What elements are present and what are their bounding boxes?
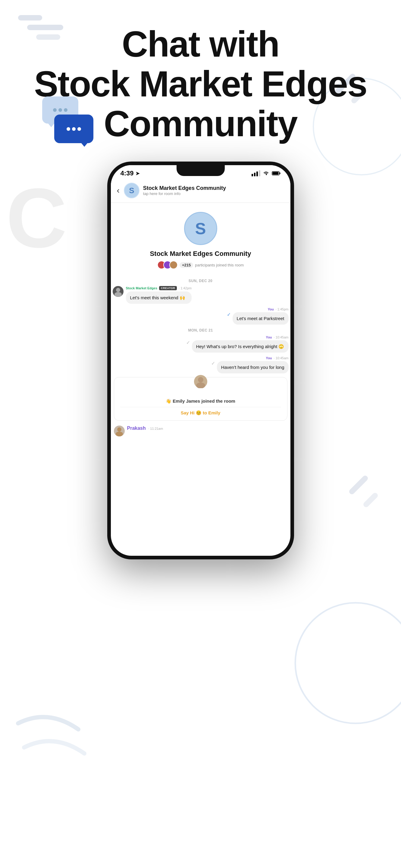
prakash-avatar [114, 426, 125, 436]
msg-time-2: · 1:45pm [276, 307, 289, 311]
battery-icon [272, 171, 281, 176]
sender-name-you-1: You [268, 307, 274, 311]
title-line1: Chat with [122, 24, 279, 64]
say-hi-row: Say Hi 😊 to Emily [120, 407, 281, 415]
msg-content-1: Stock Market Edges CREATOR · 1:42pm Let'… [126, 286, 192, 304]
msg-content-3: You · 10:45am Hey! What's up bro? Is eve… [192, 336, 289, 352]
participants-row: +215 participants joined this room [157, 261, 244, 269]
chat-body: S Stock Market Edges Community +215 part… [111, 203, 291, 556]
sent-check-icon-3: ✓ [211, 361, 215, 366]
wifi-icon [263, 171, 269, 176]
msg-meta-3: You · 10:45am [266, 336, 289, 339]
status-time: 4:39 ➤ [121, 169, 139, 177]
svg-rect-11 [279, 173, 280, 174]
room-header-info[interactable]: Stock Market Edges Community tap here fo… [143, 185, 226, 196]
sender-name-you-3: You [266, 356, 272, 360]
msg-time-4: · 10:45am [274, 356, 289, 360]
prakash-meta: Prakash · 11:21am [127, 426, 163, 431]
sent-check-icon-2: ✓ [186, 340, 190, 345]
say-hi-button[interactable]: Say Hi 😊 to Emily [181, 410, 221, 415]
date-divider-monday: MON, DEC 21 [111, 328, 291, 333]
svg-point-7 [295, 603, 401, 723]
joined-text: joined the room [201, 398, 235, 404]
phone-notch [176, 165, 225, 176]
room-header-subtitle: tap here for room info [143, 191, 226, 196]
join-notification: 👋 Emily James joined the room Say Hi 😊 t… [114, 377, 288, 421]
msg-meta-2: You · 1:45pm [268, 307, 289, 311]
emily-join-avatar [194, 375, 207, 388]
prakash-name: Prakash [127, 426, 146, 431]
svg-point-16 [196, 382, 205, 388]
room-header-avatar: S [124, 183, 139, 198]
message-row-2: You · 1:45pm Let's meet at Parkstreet ✓ [111, 307, 291, 324]
title-line3: Community [104, 103, 297, 144]
msg-meta-1: Stock Market Edges CREATOR · 1:42pm [126, 286, 192, 290]
participants-count: +215 [179, 262, 193, 268]
participants-text: participants joined this room [195, 263, 244, 267]
room-header-name: Stock Market Edges Community [143, 185, 226, 191]
phone-wrapper: 4:39 ➤ [0, 161, 401, 559]
prakash-row: Prakash · 11:21am [111, 423, 291, 436]
wave-emoji: 👋 [166, 398, 173, 404]
date-divider-sunday: SUN, DEC 20 [111, 279, 291, 283]
svg-point-17 [117, 427, 122, 432]
msg-bubble-1: Let's meet this weekend 🙌 [126, 291, 192, 304]
prakash-timestamp: 11:21am [150, 427, 163, 430]
message-row-3: You · 10:45am Hey! What's up bro? Is eve… [111, 336, 291, 352]
time-display: 4:39 [121, 169, 134, 177]
sender-name-1: Stock Market Edges [126, 286, 158, 290]
back-button[interactable]: ‹ [117, 186, 120, 195]
message-row-1: Stock Market Edges CREATOR · 1:42pm Let'… [111, 286, 291, 304]
chat-bubble-dark [54, 115, 93, 143]
msg-avatar-1 [113, 286, 124, 297]
emily-name: Emily James [173, 398, 200, 404]
svg-point-13 [116, 288, 120, 292]
join-text: 👋 Emily James joined the room [120, 398, 281, 404]
svg-rect-12 [272, 172, 278, 175]
join-row [120, 382, 281, 396]
signal-icon [252, 170, 260, 176]
status-icons [252, 170, 281, 176]
chat-icon-decoration [42, 96, 93, 143]
room-center-info: S Stock Market Edges Community +215 part… [111, 203, 291, 275]
svg-point-14 [114, 292, 122, 297]
svg-point-15 [198, 377, 203, 382]
msg-time-1: · 1:42pm [179, 286, 192, 290]
message-row-4: You · 10:45am Haven't heard from you for… [111, 356, 291, 373]
participant-avatars [157, 261, 178, 269]
msg-bubble-2: Let's meet at Parkstreet [233, 312, 289, 324]
msg-time-3: · 10:45am [274, 336, 289, 339]
room-big-avatar: S [184, 212, 217, 245]
msg-bubble-3: Hey! What's up bro? Is everything alrigh… [192, 340, 289, 352]
phone-screen: 4:39 ➤ [111, 165, 291, 556]
creator-badge: CREATOR [159, 286, 177, 290]
room-big-name: Stock Market Edges Community [150, 250, 251, 258]
msg-meta-4: You · 10:45am [266, 356, 289, 360]
msg-content-2: You · 1:45pm Let's meet at Parkstreet [233, 307, 289, 324]
location-arrow-icon: ➤ [136, 170, 139, 176]
sender-name-you-2: You [266, 336, 272, 339]
phone-device: 4:39 ➤ [107, 161, 294, 559]
msg-content-4: You · 10:45am Haven't heard from you for… [217, 356, 289, 373]
sent-check-icon-1: ✓ [227, 312, 231, 317]
svg-point-18 [116, 432, 123, 436]
chat-header[interactable]: ‹ S Stock Market Edges Community tap her… [111, 180, 291, 203]
msg-bubble-4: Haven't heard from you for long [217, 361, 289, 373]
